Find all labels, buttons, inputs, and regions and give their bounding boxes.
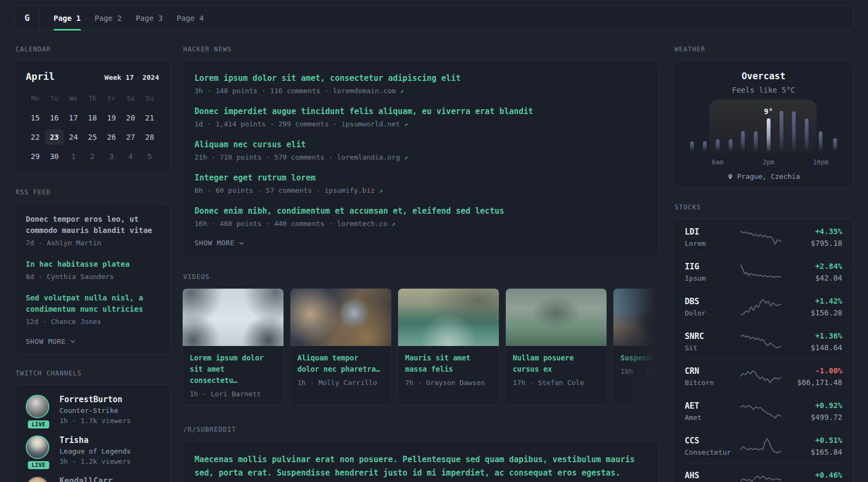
hn-story-meta: 6h · 60 points · 57 comments · ipsumify.… [194, 186, 647, 194]
rss-show-more-button[interactable]: SHOW MORE [26, 337, 159, 345]
rss-item-title[interactable]: Donec tempor eros leo, ut commodo mauris… [26, 214, 159, 236]
video-meta: 18h · Tara [620, 367, 659, 375]
channel-name[interactable]: ForrestBurton [59, 395, 131, 404]
live-badge: LIVE [28, 461, 49, 469]
app-logo[interactable]: G [15, 6, 40, 30]
video-title[interactable]: Lorem ipsum dolor sit amet consectetu… [190, 352, 276, 386]
calendar-day-muted: 3 [102, 148, 121, 164]
rss-item: In hac habitasse platea 8d · Cynthia Sau… [26, 259, 159, 282]
hn-story: Lorem ipsum dolor sit amet, consectetur … [194, 73, 647, 95]
channel-avatar[interactable] [26, 395, 49, 418]
stock-sparkline [739, 297, 782, 317]
video-thumbnail[interactable] [290, 289, 391, 346]
stock-row: LDILorem +4.35%$795.18 [685, 220, 842, 254]
rss-item-title[interactable]: In hac habitasse platea [26, 259, 159, 270]
stock-sparkline [739, 401, 782, 421]
weekday-label: Su [140, 93, 159, 107]
tab-page-1[interactable]: Page 1 [54, 6, 81, 30]
video-meta: 1h · Lori Barnett [190, 390, 276, 398]
calendar-widget: April Week 17·2024 Mo Tu We Th Fr Sa Su … [14, 61, 170, 174]
calendar-day: 19 [102, 110, 121, 126]
stock-ticker[interactable]: DBS [685, 297, 739, 306]
hn-show-more-button[interactable]: SHOW MORE [194, 239, 647, 247]
video-title[interactable]: Mauris sit amet massa felis [405, 352, 492, 375]
hn-story-title[interactable]: Donec enim nibh, condimentum et accumsan… [194, 206, 647, 217]
weather-bar-cell [686, 101, 699, 166]
weather-location: Prague, Czechia [685, 172, 842, 180]
stock-ticker[interactable]: CRN [685, 366, 739, 376]
stock-ticker[interactable]: IIG [685, 262, 739, 272]
video-title[interactable]: Suspendisse diam [620, 352, 659, 364]
stock-name: Bitcorn [685, 379, 739, 387]
calendar-day-muted: 1 [64, 148, 83, 164]
rss-item-title[interactable]: Sed volutpat nulla nisl, a condimentum n… [26, 292, 159, 315]
hn-story: Donec enim nibh, condimentum et accumsan… [194, 206, 647, 228]
weather-bar-cell [737, 101, 750, 166]
hackernews-widget: Lorem ipsum dolor sit amet, consectetur … [182, 61, 659, 257]
video-thumbnail[interactable] [183, 289, 283, 346]
channel-name[interactable]: KendallCarr [59, 476, 113, 482]
stock-name: Amet [685, 413, 739, 421]
weather-bar-cell [750, 101, 762, 166]
video-thumbnail[interactable] [613, 289, 659, 346]
reddit-post-title[interactable]: Maecenas mollis pulvinar erat non posuer… [194, 453, 647, 480]
hn-story-meta: 16h · 468 points · 440 comments · loremt… [194, 220, 647, 228]
weather-bar-cell [800, 101, 813, 166]
reddit-section-label: /R/SUBREDDIT [183, 426, 659, 433]
calendar-day-muted: 4 [121, 148, 140, 164]
hn-story-meta: 3h · 148 points · 116 comments · loremdo… [194, 87, 647, 95]
calendar-day: 21 [140, 110, 159, 126]
stock-ticker[interactable]: CCS [685, 436, 739, 446]
weather-bar [741, 131, 745, 151]
video-title[interactable]: Aliquam tempor dolor nec pharetra… [297, 352, 384, 375]
tab-page-3[interactable]: Page 3 [136, 6, 163, 30]
reddit-post: Maecenas mollis pulvinar erat non posuer… [194, 453, 647, 482]
tab-page-2[interactable]: Page 2 [95, 6, 122, 30]
twitch-channel: LIVE Trisha League of Legends 3h · 1.2k … [26, 435, 159, 465]
stock-sparkline [739, 262, 782, 282]
calendar-day: 27 [121, 129, 140, 145]
channel-meta: 1h · 1.7k viewers [59, 417, 131, 425]
videos-carousel: Lorem ipsum dolor sit amet consectetu… 1… [182, 288, 659, 405]
rss-item: Sed volutpat nulla nisl, a condimentum n… [26, 292, 159, 327]
hn-story-title[interactable]: Integer eget rutrum lorem [194, 172, 647, 184]
weekday-label: Fr [102, 93, 121, 107]
stock-name: Sit [685, 344, 739, 352]
rss-widget: Donec tempor eros leo, ut commodo mauris… [14, 204, 170, 355]
weather-time-label: 10pm [813, 153, 828, 166]
calendar-month: April [26, 71, 55, 82]
hn-story-title[interactable]: Donec imperdiet augue tincidunt felis al… [194, 106, 647, 117]
stock-ticker[interactable]: AHS [685, 471, 739, 480]
channel-avatar[interactable] [26, 476, 49, 482]
video-meta: 1h · Molly Carrillo [297, 379, 384, 387]
rss-item: Donec tempor eros leo, ut commodo mauris… [26, 214, 159, 248]
hn-story-meta: 1d · 1,414 points · 299 comments · ipsum… [194, 120, 647, 128]
stock-ticker[interactable]: LDI [685, 227, 739, 237]
calendar-day: 20 [121, 110, 140, 126]
tab-page-4[interactable]: Page 4 [177, 6, 204, 30]
stock-ticker[interactable]: SNRC [685, 332, 739, 341]
weather-bar-cell: 10pm [813, 101, 828, 166]
video-thumbnail[interactable] [398, 289, 499, 346]
stock-change: +4.35% [782, 227, 842, 236]
stock-change: +1.36% [782, 332, 842, 340]
dashboard-app: G Page 1 Page 2 Page 3 Page 4 CALENDAR A… [0, 0, 868, 482]
weather-bar-cell [788, 101, 800, 166]
calendar-grid: Mo Tu We Th Fr Sa Su 15 16 17 18 19 20 2… [26, 93, 159, 164]
channel-name[interactable]: Trisha [59, 435, 131, 445]
hn-story-title[interactable]: Lorem ipsum dolor sit amet, consectetur … [194, 73, 647, 84]
weekday-label: We [64, 93, 83, 107]
stock-price: $795.18 [782, 239, 842, 247]
hn-story: Donec imperdiet augue tincidunt felis al… [194, 106, 647, 128]
video-thumbnail[interactable] [506, 289, 607, 346]
twitch-avatar-wrap: LIVE [26, 395, 51, 425]
stock-ticker[interactable]: AET [685, 401, 739, 411]
channel-avatar[interactable] [26, 435, 49, 459]
live-badge: LIVE [28, 420, 49, 428]
weather-bar [716, 139, 720, 151]
weather-section-label: WEATHER [675, 46, 854, 53]
video-title[interactable]: Nullam posuere cursus ex [513, 352, 600, 375]
weather-bar-cell: 9°2pm [762, 101, 775, 166]
weather-time-label: 2pm [762, 153, 774, 166]
hn-story-title[interactable]: Aliquam nec cursus elit [194, 139, 647, 150]
